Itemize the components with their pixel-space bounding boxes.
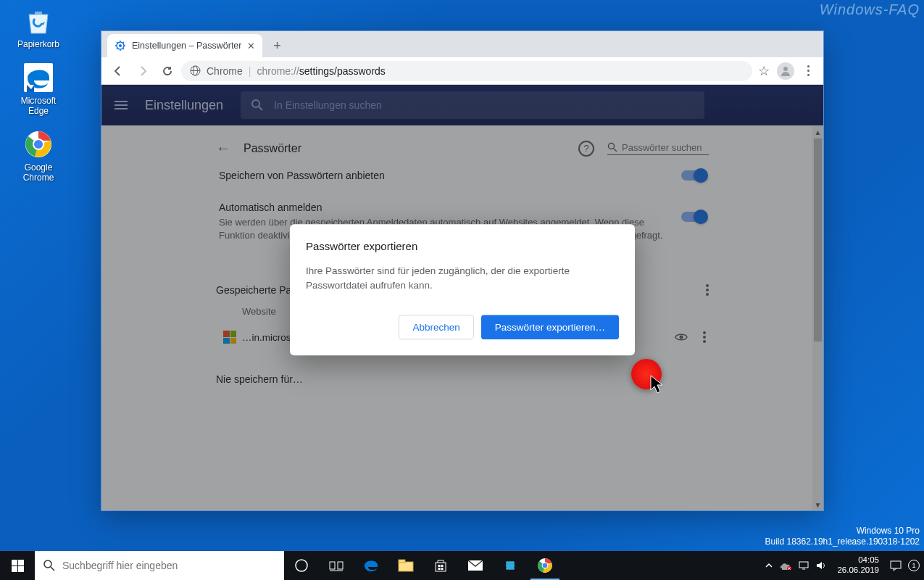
svg-point-47: [512, 567, 515, 570]
svg-point-11: [119, 44, 122, 47]
svg-point-45: [512, 561, 515, 564]
desktop-icon-recycle-bin[interactable]: Papierkorb: [10, 6, 67, 49]
chrome-page-icon: [190, 65, 201, 76]
tray-volume-icon[interactable]: [815, 560, 827, 571]
taskbar-chrome-icon[interactable]: [528, 551, 562, 580]
cursor-icon: [649, 374, 665, 396]
svg-line-16: [117, 42, 118, 44]
svg-point-31: [296, 560, 307, 571]
tray-chevron-up-icon[interactable]: [765, 561, 773, 570]
svg-line-19: [123, 42, 125, 44]
desktop-icon-label: Papierkorb: [17, 39, 59, 49]
url-separator: |: [249, 65, 251, 77]
new-tab-button[interactable]: +: [267, 36, 287, 56]
page-content: Einstellungen ← Passwörter ?: [101, 85, 823, 510]
task-view-icon[interactable]: [319, 551, 354, 580]
cancel-button[interactable]: Abbrechen: [399, 315, 473, 339]
tray-network-icon[interactable]: [798, 560, 809, 571]
tab-settings-passwords[interactable]: Einstellungen – Passwörter ✕: [107, 34, 262, 57]
watermark-text: Windows-FAQ: [820, 1, 920, 18]
dialog-actions: Abbrechen Passwörter exportieren…: [306, 315, 619, 339]
taskbar-mail-icon[interactable]: [458, 551, 493, 580]
export-passwords-button[interactable]: Passwörter exportieren…: [481, 315, 619, 339]
svg-point-50: [543, 563, 548, 568]
toolbar-right: ☆: [755, 62, 817, 80]
taskbar-app-icon[interactable]: [493, 551, 528, 580]
export-passwords-dialog: Passwörter exportieren Ihre Passwörter s…: [290, 224, 635, 356]
action-center-icon[interactable]: [889, 560, 902, 571]
desktop-icon-chrome[interactable]: Google Chrome: [10, 129, 67, 183]
taskbar-edge-icon[interactable]: [354, 551, 388, 580]
svg-rect-33: [338, 562, 343, 569]
forward-button[interactable]: [132, 60, 154, 82]
windows-logo-icon: [12, 560, 24, 572]
taskbar-explorer-icon[interactable]: [388, 551, 423, 580]
chrome-menu-button[interactable]: [802, 65, 815, 78]
svg-rect-0: [35, 12, 42, 14]
reload-button[interactable]: [157, 60, 178, 82]
taskbar-search-input[interactable]: [62, 560, 275, 571]
svg-rect-54: [799, 562, 808, 568]
svg-line-17: [123, 49, 125, 50]
svg-point-5: [34, 140, 43, 149]
taskbar-search[interactable]: [35, 551, 284, 580]
dialog-title: Passwörter exportieren: [306, 240, 619, 252]
svg-rect-39: [441, 565, 444, 567]
search-icon: [43, 560, 55, 571]
svg-rect-40: [438, 568, 441, 570]
cortana-icon[interactable]: [284, 551, 319, 580]
desktop-icon-label: Microsoft Edge: [10, 96, 67, 116]
taskbar-icons: [284, 551, 562, 580]
svg-rect-37: [436, 563, 446, 571]
chrome-window: Einstellungen – Passwörter ✕ + Chrome | …: [101, 31, 823, 510]
build-watermark: Windows 10 Pro Build 18362.19h1_release.…: [765, 526, 920, 548]
tab-close-icon[interactable]: ✕: [247, 41, 255, 51]
svg-rect-41: [441, 568, 444, 570]
taskbar-store-icon[interactable]: [423, 551, 458, 580]
svg-line-18: [117, 49, 118, 50]
dialog-body: Ihre Passwörter sind für jeden zugänglic…: [306, 264, 619, 294]
back-button[interactable]: [107, 60, 129, 82]
svg-rect-35: [399, 562, 413, 571]
system-tray: 04:05 26.06.2019 1: [765, 555, 924, 576]
tab-strip: Einstellungen – Passwörter ✕ +: [101, 31, 823, 57]
gear-icon: [115, 40, 126, 51]
svg-point-23: [783, 67, 788, 71]
desktop-icon-edge[interactable]: Microsoft Edge: [10, 62, 67, 116]
desktop-icon-label: Google Chrome: [10, 162, 67, 183]
profile-avatar[interactable]: [777, 62, 794, 80]
tray-onedrive-icon[interactable]: [779, 561, 792, 570]
taskbar: 04:05 26.06.2019 1: [0, 551, 924, 580]
recycle-bin-icon: [23, 6, 54, 36]
start-button[interactable]: [0, 551, 35, 580]
omnibox[interactable]: Chrome | chrome://settings/passwords: [181, 61, 752, 81]
tab-title: Einstellungen – Passwörter: [132, 41, 241, 51]
svg-point-46: [506, 567, 509, 570]
tray-clock[interactable]: 04:05 26.06.2019: [833, 555, 883, 576]
svg-rect-32: [330, 562, 335, 569]
edge-icon: [23, 62, 54, 93]
bookmark-star-icon[interactable]: ☆: [758, 63, 770, 79]
svg-point-29: [44, 560, 51, 568]
svg-point-44: [506, 561, 509, 564]
svg-rect-36: [399, 560, 405, 563]
svg-line-30: [51, 567, 54, 571]
svg-rect-38: [438, 565, 441, 567]
svg-rect-56: [891, 561, 901, 568]
tray-input-badge[interactable]: 1: [908, 560, 920, 571]
url-scheme: Chrome: [207, 65, 243, 77]
desktop-icons: Papierkorb Microsoft Edge Google Chrome: [10, 6, 67, 183]
chrome-icon: [23, 129, 54, 160]
address-bar: Chrome | chrome://settings/passwords ☆: [101, 57, 823, 85]
